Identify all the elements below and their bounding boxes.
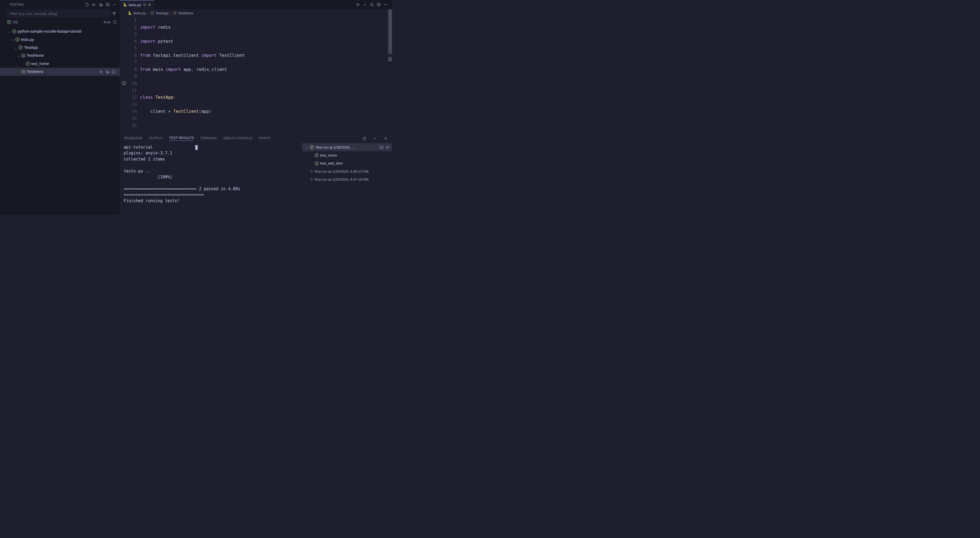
run-test-add-item[interactable]: test_add_item — [302, 159, 392, 167]
show-output-icon[interactable] — [105, 3, 110, 7]
tab-bar: 🐍 tests.py U ✕ — [120, 0, 392, 9]
debug-all-icon[interactable] — [99, 3, 103, 7]
test-run-older-2[interactable]: Test run at 1/26/2024, 6:47:19 PM — [302, 175, 392, 183]
run-label: test_add_item — [320, 161, 390, 166]
more-icon[interactable] — [383, 3, 388, 7]
debug-test-icon[interactable] — [105, 70, 110, 74]
tab-debug-console[interactable]: DEBUG CONSOLE — [224, 136, 253, 141]
breadcrumb-class2: TestItems — [178, 11, 193, 15]
status-count: 2/2 — [13, 20, 18, 24]
test-output[interactable]: api-tutorial plugins: anyio-3.7.1 collec… — [120, 143, 302, 215]
chevron-down-icon[interactable] — [363, 3, 367, 7]
tab-label: tests.py — [129, 3, 141, 7]
tab-tests-py[interactable]: 🐍 tests.py U ✕ — [120, 0, 154, 9]
test-status-summary: 2/2 9.4s — [0, 18, 120, 26]
breadcrumb-sep: › — [170, 11, 172, 15]
breadcrumb-sep: › — [148, 11, 149, 15]
scrollbar-mark — [388, 57, 392, 61]
editor-scrollbar[interactable] — [388, 9, 392, 134]
run-file-icon[interactable] — [356, 3, 360, 7]
svg-marker-0 — [93, 3, 95, 6]
svg-marker-8 — [100, 70, 102, 73]
tree-class-testhome[interactable]: ⌄ TestHome — [0, 51, 120, 59]
terminal-cursor — [195, 145, 197, 150]
close-icon[interactable]: ✕ — [148, 3, 151, 7]
run-test-icon[interactable] — [99, 70, 103, 74]
tree-label: test_home — [31, 62, 49, 66]
tab-problems[interactable]: PROBLEMS — [124, 136, 143, 141]
pass-icon — [19, 46, 22, 49]
svg-marker-1 — [100, 3, 102, 6]
tree-label: tests.py — [21, 37, 34, 41]
test-tree: ⌄ python-sample-vscode-fastapi-tutorial … — [0, 26, 120, 76]
pass-icon — [12, 29, 16, 33]
run-test-home[interactable]: test_home — [302, 151, 392, 159]
code-editor[interactable]: 123 456 789 101112 131415 16 import redi… — [120, 17, 392, 134]
gutter-marks — [120, 17, 128, 134]
trash-icon[interactable] — [362, 136, 366, 141]
svg-marker-9 — [107, 70, 108, 73]
chevron-right-icon: › — [17, 70, 20, 73]
close-icon[interactable] — [383, 136, 388, 141]
sidebar-header: TESTING — [0, 0, 120, 9]
tree-class-testitems[interactable]: › TestItems — [0, 68, 120, 76]
class-icon: ⬡ — [151, 11, 154, 15]
filter-input[interactable] — [7, 10, 111, 17]
pass-icon — [315, 153, 318, 157]
pass-icon — [7, 20, 11, 24]
svg-point-2 — [101, 5, 102, 6]
tree-class-testapp[interactable]: ⌄ TestApp — [0, 43, 120, 51]
rerun-icon[interactable] — [113, 20, 117, 24]
split-editor-icon[interactable] — [377, 3, 381, 7]
breadcrumb-file: tests.py — [134, 11, 146, 15]
pass-icon — [310, 145, 314, 149]
svg-marker-11 — [357, 3, 359, 6]
tab-terminal[interactable]: TERMINAL — [200, 136, 217, 141]
test-runs-panel: ⌄ Test run at 1/26/2024, … test_home — [302, 143, 392, 215]
python-file-icon: 🐍 — [128, 11, 132, 15]
breadcrumb-class1: TestApp — [156, 11, 169, 15]
test-run-older-1[interactable]: Test run at 1/26/2024, 6:49:23 PM — [302, 167, 392, 175]
sidebar-title: TESTING — [10, 3, 85, 6]
more-icon[interactable] — [113, 3, 117, 7]
bottom-panel: PROBLEMS OUTPUT TEST RESULTS TERMINAL DE… — [120, 134, 392, 215]
run-all-icon[interactable] — [92, 3, 96, 7]
svg-point-5 — [114, 4, 115, 5]
pass-icon — [26, 62, 30, 65]
compare-icon[interactable] — [370, 3, 374, 7]
chevron-down-icon: ⌄ — [11, 38, 14, 41]
svg-point-6 — [115, 4, 116, 5]
python-file-icon: 🐍 — [123, 3, 127, 6]
svg-point-15 — [385, 4, 386, 5]
tab-output[interactable]: OUTPUT — [149, 136, 163, 141]
tab-ports[interactable]: PORTS — [259, 136, 270, 141]
tree-root[interactable]: ⌄ python-sample-vscode-fastapi-tutorial — [0, 27, 120, 35]
scrollbar-thumb[interactable] — [388, 9, 392, 54]
chevron-up-icon[interactable] — [373, 136, 377, 141]
tree-test-home[interactable]: test_home — [0, 60, 120, 68]
svg-point-16 — [387, 4, 387, 5]
svg-marker-7 — [113, 12, 116, 15]
tree-label: TestApp — [24, 45, 38, 50]
chevron-down-icon: ⌄ — [17, 54, 20, 57]
tree-label: TestHome — [27, 53, 44, 58]
show-output-icon[interactable] — [380, 145, 384, 150]
tree-file[interactable]: ⌄ tests.py — [0, 35, 120, 43]
filter-icon[interactable] — [112, 12, 117, 15]
pass-icon — [122, 81, 126, 85]
svg-point-4 — [113, 4, 114, 5]
class-icon: ⬡ — [173, 11, 177, 15]
panel-tab-bar: PROBLEMS OUTPUT TEST RESULTS TERMINAL DE… — [120, 134, 392, 143]
line-numbers: 123 456 789 101112 131415 16 — [128, 17, 140, 134]
refresh-icon[interactable] — [85, 3, 89, 7]
circle-icon — [310, 178, 312, 180]
circle-icon — [310, 170, 312, 172]
code-content[interactable]: import redis import pytest from fastapi.… — [140, 17, 392, 134]
goto-file-icon[interactable] — [111, 70, 116, 74]
breadcrumb[interactable]: 🐍 tests.py › ⬡ TestApp › ⬡ TestItems — [120, 9, 392, 17]
tab-test-results[interactable]: TEST RESULTS — [169, 136, 194, 141]
pass-icon — [315, 161, 318, 165]
rerun-icon[interactable] — [386, 145, 390, 150]
test-run-current[interactable]: ⌄ Test run at 1/26/2024, … — [302, 143, 392, 151]
pass-icon — [15, 38, 19, 41]
